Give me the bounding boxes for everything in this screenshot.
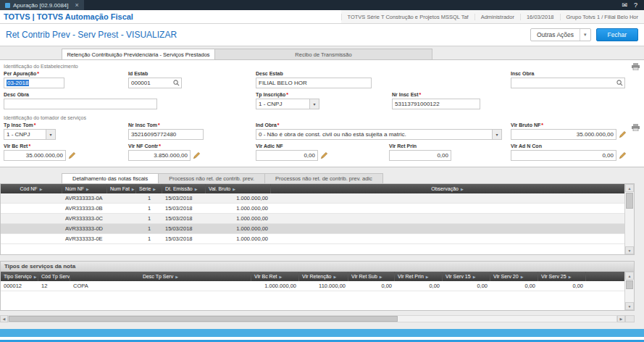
scroll-up-icon[interactable]: ▲ [625,272,634,280]
scrollbar-thumb[interactable] [626,193,633,209]
table-row[interactable]: AVR333333-0A 1 15/03/2018 1.000.000,00 [1,193,624,204]
tab-processos-nao-ret[interactable]: Processos não ret. de contrib. prev. [159,173,265,183]
ind-obra-select[interactable]: 0 - Não é obra de const. civil ou não es… [256,129,502,140]
desc-estab-input[interactable] [256,78,372,88]
tp-insc-tom-select[interactable]: 1 - CNPJ ▾ [4,129,56,140]
servico-row[interactable]: 000012 12 COPA 1.000.000,00 110.000,00 0… [1,281,624,291]
table-row-selected[interactable]: AVR333333-0D 1 15/03/2018 1.000.000,00 [1,224,624,234]
column-header-serie[interactable]: Série▶ [136,184,162,193]
column-header-num-nf[interactable]: Núm NF▶ [62,184,107,193]
tab-retencao-contrib[interactable]: Retenção Contribuição Previdenciária - S… [62,49,215,59]
field-per-apuracao: Per Apuração* 03-2018 [4,71,128,88]
pencil-icon[interactable] [320,151,329,160]
window-tab-apuracao[interactable]: Apuração [02.9.0084] × [0,0,84,10]
search-icon[interactable] [616,80,623,86]
table-row[interactable]: AVR333333-0B 1 15/03/2018 1.000.000,00 [1,204,624,214]
footer-bar [0,329,644,337]
scrollbar-track[interactable] [625,209,634,246]
column-header-cod-nf[interactable]: Cód NF▶ [1,184,62,193]
mail-icon[interactable]: ✉ [622,1,627,9]
sort-icon: ▶ [333,275,336,279]
field-vlr-nf-contr: Vlr NF Contr* [128,143,256,161]
column-header-vlr-ret-sub[interactable]: Vlr Ret Sub▶ [348,272,395,281]
nr-insc-tom-input[interactable] [128,129,204,140]
scrollbar-thumb[interactable] [9,316,398,322]
scrollbar-thumb[interactable] [626,280,633,289]
column-header-cod-tp-serv[interactable]: Cód Tp Serv▶ [38,272,70,281]
detail-tab-bar: Detalhamento das notas fiscais Processos… [62,173,644,183]
branch-label[interactable]: Grupo Totvs 1 / Filial Belo Hor [560,14,644,20]
column-header-vlr-retencao[interactable]: Vlr Retenção▶ [299,272,348,281]
nr-insc-est-input[interactable] [392,99,480,109]
column-header-vlr-bc-ret[interactable]: Vlr Bc Ret▶ [251,272,299,281]
pencil-icon[interactable] [193,151,201,160]
scroll-left-icon[interactable]: ◀ [0,315,8,322]
horizontal-scrollbar[interactable]: ◀ ▶ [0,315,635,322]
column-header-vlr-serv-15[interactable]: Vlr Serv 15▶ [443,272,490,281]
required-marker: * [286,92,288,97]
insc-obra-input[interactable] [511,78,625,88]
chevron-down-icon[interactable]: ▾ [492,130,501,139]
servicos-table-header: Tipo Serviço▶ Cód Tp Serv▶ Desc Tp Serv▶… [1,272,624,281]
column-header-desc-tp-serv[interactable]: Desc Tp Serv▶ [70,272,251,281]
column-header-vlr-ret-prin[interactable]: Vlr Ret Prin▶ [395,272,443,281]
vlr-bruto-nf-input[interactable] [511,129,616,140]
close-button[interactable]: Fechar [596,28,638,41]
environment-label: TOTVS Série T Construção e Projetos MSSQ… [341,14,474,20]
vlr-adic-nf-input[interactable] [256,150,318,161]
chevron-down-icon[interactable]: ▾ [309,99,319,109]
scrollbar-track[interactable] [625,290,634,302]
pencil-icon[interactable] [68,151,77,160]
vlr-ad-n-con-input[interactable] [511,150,616,161]
close-tab-icon[interactable]: × [75,2,79,9]
chevron-down-icon[interactable]: ▾ [580,29,590,41]
vlr-nf-contr-input[interactable] [128,150,191,161]
column-header-vlr-serv-20[interactable]: Vlr Serv 20▶ [490,272,538,281]
form-panel: Identificação do Estabelecimento Per Apu… [0,59,644,167]
desc-obra-input[interactable] [4,99,157,109]
sort-icon: ▶ [280,275,283,279]
column-header-filler [586,272,624,281]
nf-vertical-scrollbar[interactable]: ▲ ▼ [624,184,634,254]
other-actions-button[interactable]: Outras Ações ▾ [530,28,591,41]
sort-icon: ▶ [233,187,235,191]
tab-detalhamento-notas[interactable]: Detalhamento das notas fiscais [62,173,159,183]
printer-icon[interactable] [632,63,640,70]
table-row[interactable]: AVR333333-0E 1 15/03/2018 1.000.000,00 [1,234,624,244]
scroll-down-icon[interactable]: ▼ [625,302,634,310]
vlr-ret-prin-input[interactable] [389,150,451,161]
required-marker: * [159,143,161,149]
tab-recibo-transmissao[interactable]: Recibo de Transmissão [215,49,432,59]
per-apuracao-input[interactable]: 03-2018 [4,78,64,88]
search-icon[interactable] [173,80,180,86]
chevron-down-icon[interactable]: ▾ [46,130,55,139]
tab-processos-nao-ret-adic[interactable]: Processos não ret. de contrib. prev. adi… [265,173,383,183]
column-header-tipo-servico[interactable]: Tipo Serviço▶ [1,272,38,281]
date-label: 16/03/2018 [520,14,560,20]
field-desc-estab: Desc Estab [256,71,511,88]
scroll-right-icon[interactable]: ▶ [617,315,625,322]
column-header-val-bruto[interactable]: Val. Bruto▶ [206,184,271,193]
servicos-section-title: Tipos de serviços da nota [0,261,635,271]
scroll-down-icon[interactable]: ▼ [625,246,634,254]
pencil-icon[interactable] [619,130,627,139]
field-tp-inscricao: Tp Inscrição* 1 - CNPJ ▾ [256,92,392,109]
help-icon[interactable]: ? [634,1,637,9]
servicos-vertical-scrollbar[interactable]: ▲ ▼ [624,272,634,310]
sort-icon: ▶ [153,187,156,191]
printer-icon[interactable] [632,124,640,131]
table-row[interactable]: AVR333333-0C 1 15/03/2018 1.000.000,00 [1,214,624,224]
column-header-dt-emissao[interactable]: Dt. Emissão▶ [162,184,206,193]
tp-inscricao-select[interactable]: 1 - CNPJ ▾ [256,99,319,109]
column-header-vlr-serv-25[interactable]: Vlr Serv 25▶ [538,272,586,281]
vlr-bc-ret-input[interactable] [4,150,66,161]
footer-spacer [0,322,644,329]
pencil-icon[interactable] [619,151,627,160]
scroll-up-icon[interactable]: ▲ [625,184,634,192]
scrollbar-track[interactable] [8,315,617,322]
user-label[interactable]: Administrador [474,14,520,20]
column-header-num-fat[interactable]: Num Fat▶ [107,184,136,193]
nf-table-header: Cód NF▶ Núm NF▶ Num Fat▶ Série▶ Dt. Emis… [1,184,624,193]
nr-insc-tom-label: Nr Insc Tom* [128,122,256,128]
column-header-observacao[interactable]: Observação▶ [271,184,624,193]
